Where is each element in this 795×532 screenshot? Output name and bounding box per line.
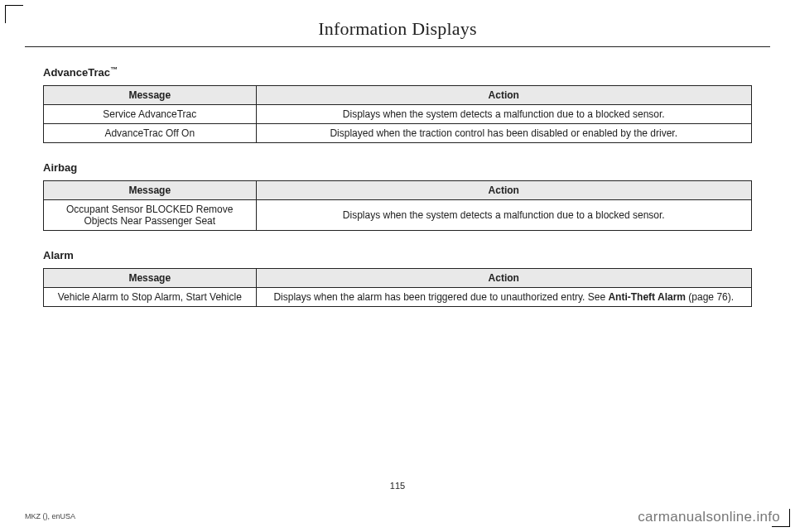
table-advancetrac: Message Action Service AdvanceTrac Displ…: [43, 85, 752, 143]
cell-action: Displays when the alarm has been trigger…: [256, 288, 752, 307]
crop-mark-top-left: [5, 5, 23, 23]
table-airbag: Message Action Occupant Sensor BLOCKED R…: [43, 180, 752, 231]
cell-message: AdvanceTrac Off On: [44, 124, 257, 143]
cell-action: Displays when the system detects a malfu…: [256, 200, 752, 231]
page-title: Information Displays: [0, 0, 795, 40]
trademark-symbol: ™: [110, 65, 118, 74]
action-text-pre: Displays when the alarm has been trigger…: [273, 291, 608, 303]
section-heading-alarm: Alarm: [43, 249, 752, 261]
col-header-message: Message: [44, 181, 257, 200]
table-row: Vehicle Alarm to Stop Alarm, Start Vehic…: [44, 288, 752, 307]
doc-code: MKZ (), enUSA: [25, 512, 75, 520]
section-heading-advancetrac: AdvanceTrac™: [43, 65, 752, 79]
col-header-message: Message: [44, 86, 257, 105]
action-text-post: (page 76).: [686, 291, 734, 303]
cell-message: Occupant Sensor BLOCKED Remove Objects N…: [44, 200, 257, 231]
header-rule: [25, 46, 770, 47]
table-row: Occupant Sensor BLOCKED Remove Objects N…: [44, 200, 752, 231]
table-header-row: Message Action: [44, 181, 752, 200]
cell-action: Displays when the system detects a malfu…: [256, 105, 752, 124]
table-header-row: Message Action: [44, 86, 752, 105]
action-text-bold: Anti-Theft Alarm: [608, 291, 686, 303]
table-row: Service AdvanceTrac Displays when the sy…: [44, 105, 752, 124]
page: Information Displays AdvanceTrac™ Messag…: [0, 0, 795, 532]
col-header-action: Action: [256, 269, 752, 288]
heading-text: AdvanceTrac: [43, 66, 110, 79]
col-header-message: Message: [44, 269, 257, 288]
table-alarm: Message Action Vehicle Alarm to Stop Ala…: [43, 268, 752, 307]
content-area: AdvanceTrac™ Message Action Service Adva…: [0, 65, 795, 307]
cell-message: Vehicle Alarm to Stop Alarm, Start Vehic…: [44, 288, 257, 307]
watermark: carmanualsonline.info: [638, 509, 780, 525]
table-header-row: Message Action: [44, 269, 752, 288]
section-heading-airbag: Airbag: [43, 161, 752, 174]
col-header-action: Action: [256, 86, 752, 105]
cell-action: Displayed when the traction control has …: [256, 124, 752, 143]
page-number: 115: [0, 481, 795, 491]
cell-message: Service AdvanceTrac: [44, 105, 257, 124]
col-header-action: Action: [256, 181, 752, 200]
table-row: AdvanceTrac Off On Displayed when the tr…: [44, 124, 752, 143]
